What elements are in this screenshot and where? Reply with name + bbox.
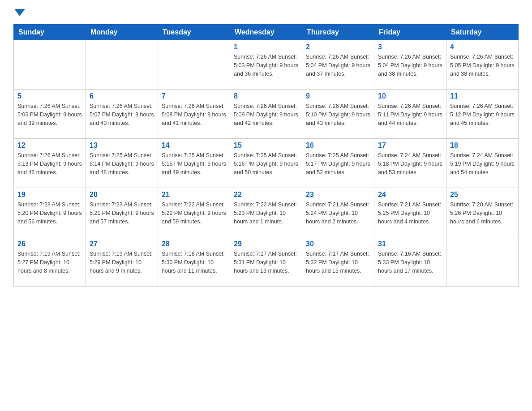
day-number: 25 <box>450 191 515 199</box>
day-info: Sunrise: 7:26 AM Sunset: 5:07 PM Dayligh… <box>90 102 154 127</box>
calendar-day-header: Thursday <box>302 25 374 40</box>
calendar-day-header: Monday <box>86 25 158 40</box>
calendar-cell: 5Sunrise: 7:26 AM Sunset: 5:06 PM Daylig… <box>14 90 86 139</box>
calendar-cell: 6Sunrise: 7:26 AM Sunset: 5:07 PM Daylig… <box>86 90 158 139</box>
day-info: Sunrise: 7:23 AM Sunset: 5:20 PM Dayligh… <box>17 201 82 226</box>
calendar-cell: 23Sunrise: 7:21 AM Sunset: 5:24 PM Dayli… <box>302 188 374 237</box>
calendar-day-header: Wednesday <box>230 25 302 40</box>
calendar-cell: 12Sunrise: 7:26 AM Sunset: 5:13 PM Dayli… <box>14 139 86 188</box>
day-number: 22 <box>234 191 298 199</box>
day-info: Sunrise: 7:18 AM Sunset: 5:30 PM Dayligh… <box>162 250 226 275</box>
day-number: 17 <box>378 141 442 150</box>
day-number: 20 <box>90 191 154 199</box>
day-info: Sunrise: 7:25 AM Sunset: 5:16 PM Dayligh… <box>234 151 298 176</box>
calendar-cell: 26Sunrise: 7:19 AM Sunset: 5:27 PM Dayli… <box>14 237 86 287</box>
calendar-table: SundayMondayTuesdayWednesdayThursdayFrid… <box>13 24 519 287</box>
calendar-week-row: 26Sunrise: 7:19 AM Sunset: 5:27 PM Dayli… <box>14 237 519 287</box>
day-number: 8 <box>234 92 298 100</box>
day-info: Sunrise: 7:26 AM Sunset: 5:05 PM Dayligh… <box>450 53 515 78</box>
calendar-cell: 14Sunrise: 7:25 AM Sunset: 5:15 PM Dayli… <box>158 139 230 188</box>
calendar-cell: 15Sunrise: 7:25 AM Sunset: 5:16 PM Dayli… <box>230 139 302 188</box>
day-number: 13 <box>90 141 154 150</box>
calendar-cell: 25Sunrise: 7:20 AM Sunset: 5:26 PM Dayli… <box>446 188 519 237</box>
calendar-cell <box>158 40 230 90</box>
day-info: Sunrise: 7:26 AM Sunset: 5:04 PM Dayligh… <box>378 53 442 78</box>
day-info: Sunrise: 7:22 AM Sunset: 5:23 PM Dayligh… <box>234 201 298 226</box>
calendar-cell <box>86 40 158 90</box>
calendar-cell: 10Sunrise: 7:26 AM Sunset: 5:11 PM Dayli… <box>374 90 446 139</box>
day-info: Sunrise: 7:26 AM Sunset: 5:09 PM Dayligh… <box>234 102 298 127</box>
calendar-day-header: Sunday <box>14 25 86 40</box>
day-number: 7 <box>162 92 226 100</box>
day-info: Sunrise: 7:17 AM Sunset: 5:32 PM Dayligh… <box>306 250 370 275</box>
day-info: Sunrise: 7:19 AM Sunset: 5:29 PM Dayligh… <box>90 250 154 275</box>
calendar-cell: 17Sunrise: 7:24 AM Sunset: 5:18 PM Dayli… <box>374 139 446 188</box>
day-info: Sunrise: 7:26 AM Sunset: 5:06 PM Dayligh… <box>17 102 82 127</box>
day-number: 5 <box>17 92 82 100</box>
calendar-cell: 31Sunrise: 7:16 AM Sunset: 5:33 PM Dayli… <box>374 237 446 287</box>
day-info: Sunrise: 7:21 AM Sunset: 5:25 PM Dayligh… <box>378 201 442 226</box>
day-info: Sunrise: 7:19 AM Sunset: 5:27 PM Dayligh… <box>17 250 82 275</box>
day-info: Sunrise: 7:17 AM Sunset: 5:31 PM Dayligh… <box>234 250 298 275</box>
day-info: Sunrise: 7:24 AM Sunset: 5:19 PM Dayligh… <box>450 151 515 176</box>
day-number: 30 <box>306 240 370 248</box>
day-number: 10 <box>378 92 442 100</box>
calendar-cell: 1Sunrise: 7:26 AM Sunset: 5:03 PM Daylig… <box>230 40 302 90</box>
day-info: Sunrise: 7:22 AM Sunset: 5:22 PM Dayligh… <box>162 201 226 226</box>
calendar-cell: 22Sunrise: 7:22 AM Sunset: 5:23 PM Dayli… <box>230 188 302 237</box>
day-number: 19 <box>17 191 82 199</box>
day-number: 16 <box>306 141 370 150</box>
day-number: 14 <box>162 141 226 150</box>
calendar-cell: 18Sunrise: 7:24 AM Sunset: 5:19 PM Dayli… <box>446 139 519 188</box>
logo-triangle-icon <box>14 9 25 16</box>
day-number: 12 <box>17 141 82 150</box>
calendar-day-header: Saturday <box>446 25 519 40</box>
day-number: 29 <box>234 240 298 248</box>
calendar-cell: 8Sunrise: 7:26 AM Sunset: 5:09 PM Daylig… <box>230 90 302 139</box>
calendar-week-row: 12Sunrise: 7:26 AM Sunset: 5:13 PM Dayli… <box>14 139 519 188</box>
calendar-week-row: 1Sunrise: 7:26 AM Sunset: 5:03 PM Daylig… <box>14 40 519 90</box>
day-number: 4 <box>450 43 515 51</box>
day-number: 24 <box>378 191 442 199</box>
day-number: 18 <box>450 141 515 150</box>
calendar-cell: 16Sunrise: 7:25 AM Sunset: 5:17 PM Dayli… <box>302 139 374 188</box>
calendar-header-row: SundayMondayTuesdayWednesdayThursdayFrid… <box>14 25 519 40</box>
day-info: Sunrise: 7:26 AM Sunset: 5:11 PM Dayligh… <box>378 102 442 127</box>
calendar-cell: 3Sunrise: 7:26 AM Sunset: 5:04 PM Daylig… <box>374 40 446 90</box>
day-number: 6 <box>90 92 154 100</box>
day-number: 26 <box>17 240 82 248</box>
day-info: Sunrise: 7:20 AM Sunset: 5:26 PM Dayligh… <box>450 201 515 226</box>
calendar-cell <box>14 40 86 90</box>
calendar-week-row: 19Sunrise: 7:23 AM Sunset: 5:20 PM Dayli… <box>14 188 519 237</box>
day-number: 31 <box>378 240 442 248</box>
day-number: 27 <box>90 240 154 248</box>
day-number: 2 <box>306 43 370 51</box>
day-info: Sunrise: 7:21 AM Sunset: 5:24 PM Dayligh… <box>306 201 370 226</box>
calendar-cell: 19Sunrise: 7:23 AM Sunset: 5:20 PM Dayli… <box>14 188 86 237</box>
day-info: Sunrise: 7:26 AM Sunset: 5:12 PM Dayligh… <box>450 102 515 127</box>
day-number: 23 <box>306 191 370 199</box>
calendar-cell: 28Sunrise: 7:18 AM Sunset: 5:30 PM Dayli… <box>158 237 230 287</box>
calendar-day-header: Tuesday <box>158 25 230 40</box>
day-number: 15 <box>234 141 298 150</box>
day-number: 21 <box>162 191 226 199</box>
logo <box>13 9 25 15</box>
calendar-cell: 9Sunrise: 7:26 AM Sunset: 5:10 PM Daylig… <box>302 90 374 139</box>
day-info: Sunrise: 7:25 AM Sunset: 5:17 PM Dayligh… <box>306 151 370 176</box>
day-number: 1 <box>234 43 298 51</box>
calendar-cell <box>446 237 519 287</box>
calendar-cell: 11Sunrise: 7:26 AM Sunset: 5:12 PM Dayli… <box>446 90 519 139</box>
calendar-cell: 20Sunrise: 7:23 AM Sunset: 5:21 PM Dayli… <box>86 188 158 237</box>
calendar-cell: 29Sunrise: 7:17 AM Sunset: 5:31 PM Dayli… <box>230 237 302 287</box>
calendar-cell: 21Sunrise: 7:22 AM Sunset: 5:22 PM Dayli… <box>158 188 230 237</box>
calendar-cell: 27Sunrise: 7:19 AM Sunset: 5:29 PM Dayli… <box>86 237 158 287</box>
day-info: Sunrise: 7:24 AM Sunset: 5:18 PM Dayligh… <box>378 151 442 176</box>
calendar-cell: 30Sunrise: 7:17 AM Sunset: 5:32 PM Dayli… <box>302 237 374 287</box>
day-info: Sunrise: 7:25 AM Sunset: 5:15 PM Dayligh… <box>162 151 226 176</box>
day-number: 28 <box>162 240 226 248</box>
calendar-cell: 4Sunrise: 7:26 AM Sunset: 5:05 PM Daylig… <box>446 40 519 90</box>
calendar-cell: 2Sunrise: 7:26 AM Sunset: 5:04 PM Daylig… <box>302 40 374 90</box>
page-header <box>13 9 519 15</box>
day-number: 11 <box>450 92 515 100</box>
calendar-week-row: 5Sunrise: 7:26 AM Sunset: 5:06 PM Daylig… <box>14 90 519 139</box>
